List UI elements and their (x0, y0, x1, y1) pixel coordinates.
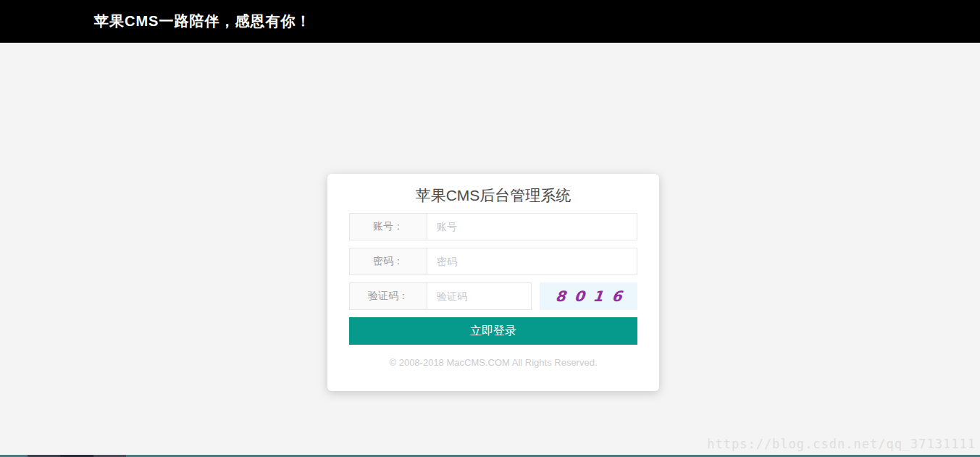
login-card: 苹果CMS后台管理系统 账号： 密码： 验证码： 8016 立即登录 © 200… (327, 174, 659, 391)
password-field-group: 密码： (349, 248, 637, 275)
password-label: 密码： (350, 248, 427, 274)
account-label: 账号： (350, 214, 427, 240)
top-announcement-bar: 苹果CMS一路陪伴，感恩有你！ (0, 0, 980, 43)
captcha-image[interactable]: 8016 (540, 282, 637, 310)
password-input[interactable] (427, 248, 637, 274)
captcha-row: 验证码： 8016 (349, 282, 637, 310)
copyright-text: © 2008-2018 MacCMS.COM All Rights Reserv… (349, 357, 637, 368)
captcha-input[interactable] (427, 283, 531, 309)
page-title: 苹果CMS后台管理系统 (349, 185, 637, 206)
captcha-code-text: 8016 (545, 288, 631, 305)
login-button[interactable]: 立即登录 (349, 317, 637, 345)
account-row: 账号： (349, 213, 637, 240)
captcha-label: 验证码： (350, 283, 427, 309)
captcha-field-group: 验证码： (349, 282, 532, 310)
announcement-text: 苹果CMS一路陪伴，感恩有你！ (94, 12, 311, 31)
password-row: 密码： (349, 248, 637, 275)
account-field-group: 账号： (349, 213, 637, 240)
csdn-watermark: https://blog.csdn.net/qq_37131111 (707, 437, 976, 451)
account-input[interactable] (427, 214, 637, 240)
